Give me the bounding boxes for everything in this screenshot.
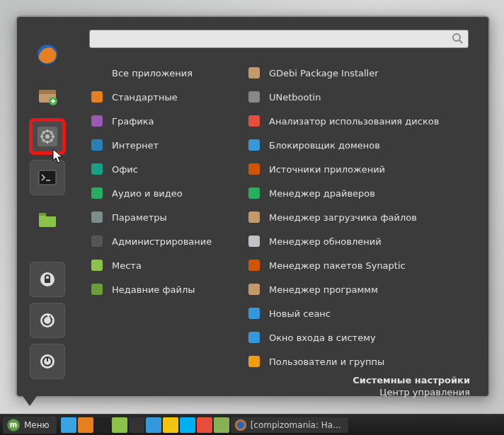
- svg-rect-18: [91, 139, 103, 151]
- svg-rect-29: [248, 163, 260, 175]
- app-item[interactable]: Менеджер загрузчика файлов: [241, 205, 484, 229]
- taskbar-launcher-tool[interactable]: [163, 417, 178, 433]
- app-item[interactable]: Пользователи и группы: [241, 349, 484, 373]
- category-item[interactable]: Все приложения: [84, 61, 241, 85]
- taskbar-launcher-terminal[interactable]: [95, 417, 110, 433]
- svg-rect-30: [248, 187, 260, 199]
- app-label: Блокировщик доменов: [269, 140, 380, 151]
- gear-icon: [89, 233, 105, 249]
- menu-button[interactable]: m Меню: [3, 417, 57, 434]
- svg-rect-21: [91, 211, 103, 223]
- category-label: Параметры: [112, 212, 167, 223]
- software-icon: [246, 282, 262, 297]
- mint-logo-icon: m: [7, 419, 20, 431]
- app-label: Источники приложений: [269, 164, 385, 175]
- app-item[interactable]: Окно входа в систему: [241, 325, 484, 349]
- app-label: GDebi Package Installer: [269, 68, 379, 79]
- app-item[interactable]: Менеджер пакетов Synaptic: [241, 253, 484, 277]
- taskbar-launcher-dev[interactable]: [146, 417, 161, 433]
- shield-icon: [246, 137, 262, 153]
- taskbar-launcher-show-desktop[interactable]: [61, 417, 76, 433]
- category-item[interactable]: Офис: [84, 157, 241, 181]
- svg-rect-26: [248, 91, 260, 103]
- update-icon: [246, 233, 262, 249]
- menu-pointer: [23, 396, 37, 406]
- taskbar-launcher-skype[interactable]: [180, 417, 195, 433]
- folder-icon: [89, 257, 105, 273]
- taskbar-launcher-firefox[interactable]: [78, 417, 93, 433]
- source-icon: [246, 161, 262, 177]
- chip-icon: [246, 185, 262, 201]
- svg-rect-31: [248, 211, 260, 223]
- app-item[interactable]: Менеджер программм: [241, 277, 484, 301]
- synaptic-icon: [246, 257, 262, 273]
- application-menu: Все приложенияСтандартныеГрафикаИнтернет…: [16, 16, 490, 398]
- svg-rect-2: [39, 90, 56, 94]
- category-item[interactable]: Недавние файлы: [84, 277, 241, 301]
- svg-point-6: [45, 134, 50, 139]
- search-input[interactable]: [89, 30, 469, 48]
- svg-rect-22: [91, 236, 103, 247]
- favorite-system-settings[interactable]: [30, 119, 65, 154]
- app-label: Менеджер драйверов: [269, 188, 375, 199]
- category-list: Все приложенияСтандартныеГрафикаИнтернет…: [84, 57, 241, 373]
- app-item[interactable]: Менеджер драйверов: [241, 181, 484, 205]
- category-item[interactable]: Аудио и видео: [84, 181, 241, 205]
- category-item[interactable]: Места: [84, 253, 241, 277]
- app-label: Новый сеанс: [269, 308, 331, 319]
- globe-icon: [89, 137, 105, 153]
- users-icon: [246, 354, 262, 369]
- search-icon: [452, 33, 463, 44]
- svg-rect-28: [248, 139, 260, 151]
- app-item[interactable]: Менеджер обновлений: [241, 229, 484, 253]
- firefox-icon: [235, 419, 246, 431]
- category-label: Интернет: [112, 140, 159, 151]
- favorites-sidebar: [17, 17, 78, 396]
- footer-title: Системные настройки: [84, 375, 470, 387]
- app-item[interactable]: UNetbootin: [241, 85, 484, 109]
- category-item[interactable]: Интернет: [84, 133, 241, 157]
- office-icon: [89, 161, 105, 177]
- shutdown-button[interactable]: [30, 344, 65, 379]
- app-item[interactable]: Анализатор использования дисков: [241, 109, 484, 133]
- login-icon: [246, 330, 262, 345]
- category-label: Графика: [112, 116, 154, 127]
- session-icon: [246, 306, 262, 321]
- taskbar-window-label: [compizomania: На...: [251, 420, 341, 430]
- status-footer: Системные настройки Центр управления: [84, 373, 484, 403]
- app-item[interactable]: Блокировщик доменов: [241, 133, 484, 157]
- taskbar-launcher-files[interactable]: [112, 417, 127, 433]
- app-item[interactable]: GDebi Package Installer: [241, 61, 484, 85]
- download-icon: [246, 209, 262, 225]
- logout-button[interactable]: [30, 303, 65, 338]
- menu-button-label: Меню: [24, 420, 50, 430]
- category-label: Недавние файлы: [112, 284, 195, 295]
- category-label: Места: [112, 260, 142, 271]
- app-label: Пользователи и группы: [269, 356, 384, 367]
- taskbar-window-item[interactable]: [compizomania: На...: [231, 417, 348, 433]
- svg-rect-23: [91, 260, 103, 271]
- lock-button[interactable]: [30, 262, 65, 297]
- category-label: Офис: [112, 164, 138, 175]
- svg-rect-14: [47, 356, 48, 361]
- svg-rect-16: [91, 91, 103, 103]
- palette-icon: [89, 113, 105, 129]
- favorite-firefox[interactable]: [30, 37, 65, 72]
- app-item[interactable]: Новый сеанс: [241, 301, 484, 325]
- app-label: Менеджер загрузчика файлов: [269, 212, 417, 223]
- favorite-terminal[interactable]: [30, 160, 65, 195]
- footer-subtitle: Центр управления: [84, 387, 470, 399]
- svg-rect-35: [248, 308, 260, 319]
- taskbar-launcher-viewer[interactable]: [197, 417, 212, 433]
- app-item[interactable]: Источники приложений: [241, 157, 484, 181]
- svg-rect-24: [91, 284, 103, 295]
- favorite-file-manager[interactable]: [30, 201, 65, 236]
- taskbar-launcher-camera[interactable]: [129, 417, 144, 433]
- category-item[interactable]: Параметры: [84, 205, 241, 229]
- category-item[interactable]: Графика: [84, 109, 241, 133]
- taskbar-launcher-mint[interactable]: [214, 417, 229, 433]
- category-label: Администрирование: [112, 236, 212, 247]
- favorite-package-installer[interactable]: [30, 78, 65, 113]
- category-item[interactable]: Администрирование: [84, 229, 241, 253]
- category-item[interactable]: Стандартные: [84, 85, 241, 109]
